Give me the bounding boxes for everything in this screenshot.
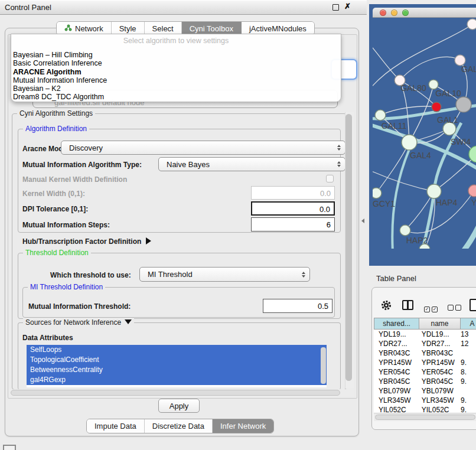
aracne-mode-combo[interactable]: Discovery <box>61 141 345 155</box>
table-cell: YBR043C <box>417 348 456 358</box>
panel-collapse-arrow[interactable] <box>361 219 364 223</box>
node-salmon[interactable] <box>468 185 476 197</box>
bottom-tab-impute-data[interactable]: Impute Data <box>87 419 145 433</box>
attribute-item-topologicalcoefficient[interactable]: TopologicalCoefficient <box>27 355 327 365</box>
table-row[interactable]: YBL079WYBL079W <box>374 386 476 396</box>
table-cell: YLR345W <box>374 396 417 405</box>
attribute-item-gal4rgexp[interactable]: gal4RGexp <box>27 375 327 385</box>
tab-style-label: Style <box>119 24 136 33</box>
table-settings-gear-icon[interactable] <box>380 299 392 314</box>
kernel-width-field[interactable]: 0.0 <box>251 186 335 200</box>
table-cell: YBL079W <box>417 386 456 396</box>
combo-stepper-icon <box>337 145 341 151</box>
dpi-tolerance-field[interactable]: 0.0 <box>251 201 335 216</box>
node-gal11[interactable] <box>375 110 386 120</box>
algorithm-option-bayesian-hill-climbing[interactable]: Bayesian – Hill Climbing <box>11 51 341 59</box>
table-row[interactable]: YDL19...YDL19...13 <box>374 330 476 339</box>
algorithm-option-bayesian-k2[interactable]: Bayesian – K2 <box>11 84 341 93</box>
manual-kernel-width-checkbox[interactable] <box>326 175 334 182</box>
network-edge[interactable] <box>405 191 474 233</box>
tab-style[interactable]: Style <box>112 22 145 35</box>
apply-button[interactable]: Apply <box>158 399 200 413</box>
combo-stepper-icon <box>302 272 305 278</box>
network-edge[interactable] <box>376 142 409 193</box>
mi-steps-field[interactable]: 6 <box>251 217 335 231</box>
node-hap2[interactable] <box>400 225 410 236</box>
column-header-shared-[interactable]: shared... <box>374 318 419 330</box>
node-red[interactable] <box>432 102 441 112</box>
tab-jactivemnodules[interactable]: jActiveMNodules <box>242 22 314 35</box>
table-row[interactable]: YLR345WYLR345W9. <box>374 396 476 405</box>
table-row[interactable]: YER054CYER054C8. <box>374 367 476 377</box>
show-columns-icon[interactable] <box>402 300 413 310</box>
node-hap4[interactable] <box>427 184 441 198</box>
table-header-row: shared...nameA <box>374 318 476 330</box>
tab-network[interactable]: Network <box>57 22 112 35</box>
table-cell: YBR045C <box>417 377 456 386</box>
export-table-icon[interactable] <box>470 299 476 311</box>
network-edge[interactable] <box>373 170 434 191</box>
network-edge[interactable] <box>434 154 476 191</box>
float-panel-icon[interactable] <box>332 4 339 11</box>
column-header-name[interactable]: name <box>419 318 461 330</box>
network-canvas[interactable]: GALGAL80GAL10GAL1GAL11SWI4GAL4GCY1HAP4YH… <box>373 18 476 249</box>
algorithm-option-basic-correlation-inference[interactable]: Basic Correlation Inference <box>11 59 341 67</box>
network-edge[interactable] <box>460 226 476 249</box>
table-cell: YDL19... <box>417 330 456 339</box>
kernel-width-label: Kernel Width (0,1): <box>22 190 85 198</box>
node-gcy1[interactable] <box>373 188 382 198</box>
minimize-window-button[interactable] <box>391 9 397 16</box>
table-row[interactable]: YBR045CYBR045C9. <box>374 377 476 386</box>
mi-threshold-field[interactable]: 0.5 <box>263 299 332 313</box>
table-horizontal-scrollbar[interactable] <box>374 413 476 421</box>
minimized-panel-icon[interactable] <box>3 445 16 450</box>
attribute-item-betweennesscentrality[interactable]: BetweennessCentrality <box>27 365 327 375</box>
node-label-y: Y <box>471 198 476 207</box>
table-row[interactable]: YIL052CYIL052C9. <box>374 405 476 413</box>
table-row[interactable]: YBR043CYBR043C <box>374 348 476 358</box>
sources-group-title[interactable]: Sources for Network Inference <box>23 318 134 327</box>
node-green-small[interactable] <box>429 80 438 89</box>
node-gal4[interactable] <box>402 135 417 150</box>
hub-tf-definition-expander[interactable]: Hub/Transcription Factor Definition <box>22 237 151 246</box>
algorithm-dropdown-prompt: Select algorithm to view settings <box>11 34 341 51</box>
tab-cyni-toolbox[interactable]: Cyni Toolbox <box>182 22 242 35</box>
zoom-window-button[interactable] <box>402 9 409 16</box>
hub-tf-definition-label: Hub/Transcription Factor Definition <box>22 237 141 246</box>
bottom-tab-discretize-data[interactable]: Discretize Data <box>145 419 213 433</box>
table-cell: 9. <box>456 358 476 367</box>
select-all-columns-icon[interactable]: ✓✓ <box>424 302 438 313</box>
algorithm-option-mutual-information-inference[interactable]: Mutual Information Inference <box>11 76 341 84</box>
mi-threshold-label: Mutual Information Threshold: <box>28 302 131 311</box>
attributes-list-scrollbar[interactable] <box>321 347 326 384</box>
table-row[interactable]: YDR27...YDR27...12 <box>374 339 476 348</box>
close-window-button[interactable] <box>380 9 386 16</box>
node-label-hap2: HAP2 <box>406 236 428 245</box>
network-edge[interactable] <box>373 44 400 80</box>
table-cell <box>456 348 476 358</box>
node-right-green[interactable] <box>469 146 476 162</box>
settings-horizontal-scrollbar-thumb[interactable] <box>11 390 340 396</box>
algorithm-option-aracne-algorithm[interactable]: ARACNE Algorithm <box>11 68 341 76</box>
which-threshold-combo[interactable]: MI Threshold <box>139 267 310 282</box>
tab-select[interactable]: Select <box>145 22 182 35</box>
control-panel-title: Control Panel <box>5 3 51 12</box>
aracne-mode-value: Discovery <box>69 144 103 152</box>
network-window-titlebar[interactable] <box>373 8 476 18</box>
deselect-all-columns-icon[interactable] <box>448 302 461 313</box>
attribute-item-selfloops[interactable]: SelfLoops <box>27 345 327 355</box>
settings-vertical-scrollbar-thumb[interactable] <box>345 114 352 381</box>
algorithm-option-dream8-dc-tdc-algorithm[interactable]: Dream8 DC_TDC Algorithm <box>11 93 341 101</box>
network-edge[interactable] <box>400 57 460 80</box>
bottom-tab-infer-network[interactable]: Infer Network <box>213 419 273 433</box>
table-cell: 12 <box>456 339 476 348</box>
column-header-a[interactable]: A <box>461 318 476 330</box>
table-horizontal-scrollbar-thumb[interactable] <box>375 415 475 420</box>
which-threshold-label: Which threshold to use: <box>50 271 131 279</box>
node-gray[interactable] <box>456 97 471 112</box>
network-edge[interactable] <box>373 124 476 170</box>
close-panel-icon[interactable]: ✗ <box>344 2 351 11</box>
table-row[interactable]: YPR145WYPR145W9. <box>374 358 476 367</box>
mi-algorithm-type-combo[interactable]: Naive Bayes <box>158 157 345 171</box>
node-top-right[interactable] <box>467 19 476 30</box>
